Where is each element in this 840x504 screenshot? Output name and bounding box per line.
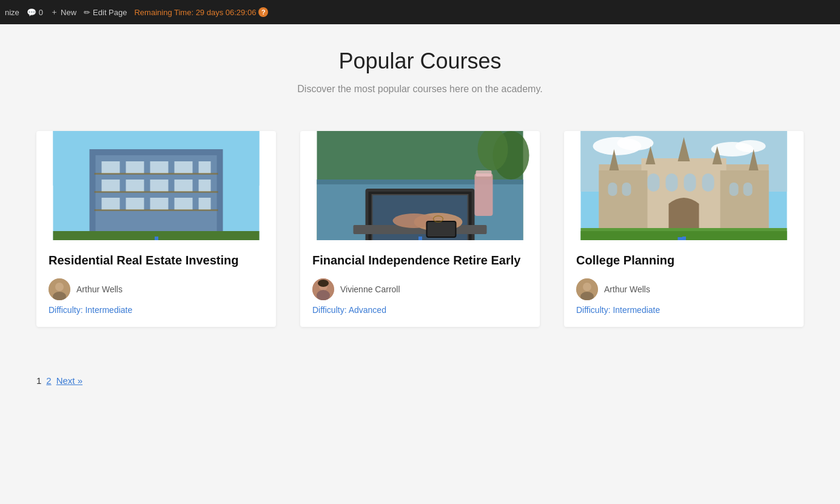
svg-rect-17 bbox=[175, 198, 193, 210]
author-avatar-3 bbox=[576, 278, 598, 300]
svg-rect-14 bbox=[102, 198, 120, 210]
author-avatar-1 bbox=[49, 278, 70, 300]
author-name-1: Arthur Wells bbox=[76, 284, 123, 294]
course-image-1 bbox=[36, 131, 276, 240]
svg-point-50 bbox=[617, 136, 654, 150]
course-difficulty-1: Difficulty: Intermediate bbox=[49, 305, 264, 315]
course-card-3[interactable]: College Planning Arthur Wells Difficulty… bbox=[564, 131, 804, 327]
course-title-1: Residential Real Estate Investing bbox=[49, 252, 264, 269]
course-card-2[interactable]: Financial Independence Retire Early Vivi… bbox=[300, 131, 540, 327]
author-avatar-2 bbox=[312, 278, 334, 300]
svg-rect-63 bbox=[648, 173, 660, 192]
course-difficulty-3: Difficulty: Intermediate bbox=[576, 305, 791, 315]
svg-rect-73 bbox=[678, 237, 683, 240]
svg-rect-68 bbox=[622, 183, 631, 196]
svg-rect-7 bbox=[175, 161, 193, 173]
help-icon[interactable]: ? bbox=[258, 7, 268, 17]
pagination: 1 2 Next » bbox=[36, 363, 804, 398]
svg-rect-19 bbox=[95, 173, 218, 175]
plus-icon: ＋ bbox=[50, 7, 58, 18]
svg-rect-18 bbox=[199, 198, 211, 210]
course-difficulty-2: Difficulty: Advanced bbox=[312, 305, 528, 315]
comment-item[interactable]: 💬 0 bbox=[27, 8, 43, 17]
svg-rect-4 bbox=[102, 161, 120, 173]
courses-grid: Residential Real Estate Investing Arthur… bbox=[36, 131, 804, 327]
svg-point-46 bbox=[318, 280, 329, 287]
comment-count: 0 bbox=[39, 8, 43, 17]
svg-rect-13 bbox=[199, 180, 211, 192]
svg-rect-5 bbox=[126, 161, 144, 173]
svg-rect-69 bbox=[730, 183, 739, 196]
svg-rect-8 bbox=[199, 161, 211, 173]
customize-item[interactable]: nize bbox=[5, 8, 19, 17]
svg-rect-72 bbox=[581, 231, 787, 240]
svg-rect-9 bbox=[102, 180, 120, 192]
svg-point-52 bbox=[736, 140, 766, 152]
topbar: nize 💬 0 ＋ New ✏ Edit Page Remaining Tim… bbox=[0, 0, 840, 24]
svg-rect-64 bbox=[666, 173, 678, 192]
author-name-2: Vivienne Carroll bbox=[340, 284, 400, 294]
svg-rect-21 bbox=[95, 209, 218, 211]
author-name-3: Arthur Wells bbox=[604, 284, 650, 294]
svg-rect-65 bbox=[684, 173, 696, 192]
course-image-wrapper-1 bbox=[36, 131, 276, 240]
svg-rect-66 bbox=[702, 173, 714, 192]
edit-label: Edit Page bbox=[93, 8, 127, 17]
page-1: 1 bbox=[36, 375, 41, 386]
svg-rect-67 bbox=[608, 183, 617, 196]
new-item[interactable]: ＋ New bbox=[50, 7, 76, 18]
svg-rect-70 bbox=[744, 183, 753, 196]
course-author-3: Arthur Wells bbox=[576, 278, 791, 300]
course-image-wrapper-3 bbox=[564, 131, 804, 240]
course-image-wrapper-2 bbox=[300, 131, 540, 240]
svg-point-75 bbox=[583, 283, 591, 291]
svg-rect-22 bbox=[53, 231, 260, 240]
page-2-link[interactable]: 2 bbox=[46, 375, 51, 386]
new-label: New bbox=[61, 8, 76, 17]
course-body-3: College Planning Arthur Wells Difficulty… bbox=[564, 240, 804, 327]
main-content: Popular Courses Discover the most popula… bbox=[0, 24, 840, 434]
svg-rect-11 bbox=[150, 180, 169, 192]
edit-page-item[interactable]: ✏ Edit Page bbox=[84, 8, 127, 17]
course-body-1: Residential Real Estate Investing Arthur… bbox=[36, 240, 276, 327]
svg-rect-16 bbox=[150, 198, 169, 210]
svg-rect-15 bbox=[126, 198, 144, 210]
remaining-time: Remaining Time: 29 days 06:29:06 ? bbox=[134, 7, 268, 17]
next-page-link[interactable]: Next » bbox=[56, 375, 82, 386]
pencil-icon: ✏ bbox=[84, 8, 90, 17]
course-image-2 bbox=[300, 131, 540, 240]
svg-rect-41 bbox=[428, 222, 455, 237]
course-card-1[interactable]: Residential Real Estate Investing Arthur… bbox=[36, 131, 276, 327]
svg-point-24 bbox=[55, 283, 64, 291]
course-title-3: College Planning bbox=[576, 252, 791, 269]
svg-rect-10 bbox=[126, 180, 144, 192]
course-body-2: Financial Independence Retire Early Vivi… bbox=[300, 240, 540, 327]
course-image-3 bbox=[564, 131, 804, 240]
course-author-1: Arthur Wells bbox=[49, 278, 264, 300]
svg-rect-36 bbox=[475, 173, 493, 216]
page-title: Popular Courses bbox=[36, 49, 804, 74]
svg-rect-20 bbox=[95, 191, 218, 193]
svg-rect-6 bbox=[150, 161, 169, 173]
svg-rect-37 bbox=[476, 170, 492, 176]
page-subtitle: Discover the most popular courses here o… bbox=[36, 84, 804, 95]
remaining-time-text: Remaining Time: 29 days 06:29:06 bbox=[134, 8, 256, 17]
course-author-2: Vivienne Carroll bbox=[312, 278, 528, 300]
comment-icon: 💬 bbox=[27, 8, 36, 17]
customize-label: nize bbox=[5, 8, 19, 17]
course-title-2: Financial Independence Retire Early bbox=[312, 252, 528, 269]
svg-rect-12 bbox=[175, 180, 193, 192]
